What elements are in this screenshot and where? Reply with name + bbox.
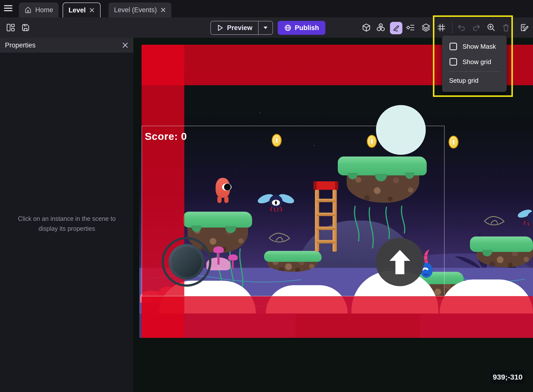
objects-stack-icon (376, 23, 385, 32)
objects-panel-button[interactable] (361, 22, 372, 33)
layers-panel-button[interactable] (420, 22, 432, 33)
eye-decoration[interactable] (483, 215, 506, 226)
grid-options-button[interactable] (436, 22, 447, 33)
menu-item-show-grid[interactable]: Show grid (442, 54, 507, 69)
grid-options-menu: Show Mask Show grid Setup grid (442, 36, 507, 92)
joystick-knob[interactable] (169, 244, 204, 280)
tab-home-label: Home (35, 6, 53, 14)
properties-panel-title: Properties (5, 41, 36, 49)
coin-instance[interactable] (449, 136, 458, 149)
show-mask-label: Show Mask (462, 43, 496, 50)
publish-button-label: Publish (295, 24, 319, 32)
menu-divider (449, 71, 500, 72)
redo-button[interactable] (471, 22, 482, 33)
layers-icon (421, 23, 430, 32)
edit-mode-button[interactable] (390, 22, 402, 34)
setup-grid-label: Setup grid (449, 77, 479, 84)
tab-level[interactable]: Level (63, 2, 101, 17)
instances-list-icon (406, 23, 415, 32)
tab-home[interactable]: Home (19, 2, 59, 17)
trash-icon (501, 23, 510, 32)
tab-bar: Home Level Level (Events) (0, 0, 533, 17)
instances-list-button[interactable] (405, 22, 416, 33)
toolbar-separator (452, 21, 453, 34)
jump-button-instance[interactable] (376, 238, 424, 286)
menu-item-setup-grid[interactable]: Setup grid (442, 73, 507, 88)
save-icon (21, 23, 30, 32)
zoom-in-icon (487, 23, 496, 32)
menu-item-show-mask[interactable]: Show Mask (442, 39, 507, 54)
play-icon (217, 24, 224, 31)
pencil-icon (392, 24, 401, 33)
preview-button-label: Preview (227, 24, 252, 32)
tab-level-label: Level (69, 6, 86, 14)
tab-level-events[interactable]: Level (Events) (109, 2, 171, 17)
panels-layout-icon (6, 23, 15, 32)
preview-options-button[interactable] (258, 21, 272, 34)
undo-icon (457, 23, 466, 32)
notepad-edit-icon (520, 23, 529, 32)
redo-icon (472, 23, 481, 32)
show-grid-label: Show grid (462, 58, 491, 66)
home-icon (24, 6, 32, 14)
properties-panel: Properties Click on an instance in the s… (0, 38, 133, 392)
show-mask-checkbox[interactable] (450, 43, 457, 50)
preview-button[interactable]: Preview (210, 21, 273, 35)
grid-icon (437, 23, 446, 32)
properties-panel-header: Properties (0, 38, 133, 53)
object-groups-button[interactable] (375, 22, 386, 33)
platform-right[interactable] (470, 236, 533, 267)
up-arrow-icon (388, 249, 412, 275)
cursor-coordinates-badge: 939;-310 (491, 370, 525, 384)
tab-level-events-label: Level (Events) (114, 6, 157, 14)
game-editor-window: Home Level Level (Events) (0, 0, 533, 392)
close-tab-icon[interactable] (160, 7, 166, 13)
globe-icon (284, 24, 292, 32)
red-border-bottom[interactable] (142, 296, 533, 338)
undo-button[interactable] (456, 22, 467, 33)
show-grid-checkbox[interactable] (450, 58, 457, 66)
publish-button[interactable]: Publish (278, 21, 325, 35)
edit-scene-events-button[interactable] (519, 22, 530, 33)
score-text-instance[interactable]: Score: 0 (145, 131, 187, 142)
main-menu-icon[interactable] (4, 5, 12, 12)
delete-button[interactable] (500, 22, 512, 33)
properties-empty-hint: Click on an instance in the scene to dis… (8, 214, 125, 234)
toggle-panels-button[interactable] (5, 22, 16, 33)
preview-button-main[interactable]: Preview (211, 21, 258, 34)
cube-icon (362, 23, 371, 32)
platform-grass (470, 236, 533, 252)
close-tab-icon[interactable] (89, 7, 95, 13)
chevron-down-icon (263, 26, 268, 29)
zoom-button[interactable] (486, 22, 497, 33)
bat-enemy-partial[interactable] (518, 208, 533, 226)
save-button[interactable] (20, 22, 31, 33)
close-panel-icon[interactable] (122, 42, 128, 48)
moon-instance[interactable] (376, 105, 426, 155)
toolbar: Preview Publish (0, 17, 533, 38)
